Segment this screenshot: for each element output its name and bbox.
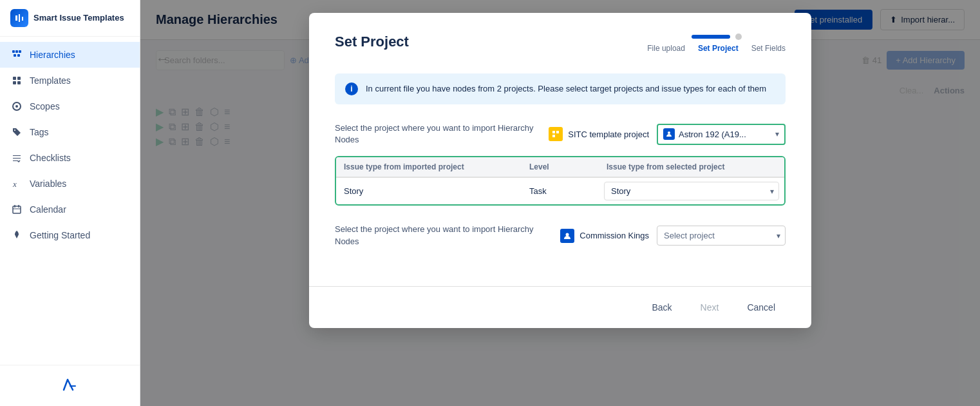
sidebar-item-calendar[interactable]: Calendar	[0, 197, 140, 222]
checklist-icon	[10, 151, 23, 164]
imported-type-cell: Story	[336, 180, 522, 202]
sidebar-item-templates[interactable]: Templates	[0, 68, 140, 93]
step-label-upload: File upload	[647, 44, 685, 53]
sidebar-item-label: Getting Started	[30, 230, 90, 240]
steps-area: File upload Set Project Set Fields	[647, 34, 786, 53]
step-label-set-fields: Set Fields	[751, 44, 786, 53]
sidebar-item-tags[interactable]: Tags	[0, 119, 140, 145]
set-project-modal: Set Project File upload Set Project Set …	[309, 13, 811, 328]
issue-table-row: Story Task Story Task Bug Epic	[336, 177, 784, 204]
issue-table-header: Issue type from imported project Level I…	[336, 157, 784, 177]
col-header-level: Level	[522, 157, 599, 177]
issue-type-select-1[interactable]: Story Task Bug Epic	[604, 182, 779, 200]
selected-project-icon	[663, 128, 675, 140]
project-section-label-2: Select the project where you want to imp…	[335, 224, 552, 247]
modal-title: Set Project	[335, 34, 409, 50]
svg-rect-0	[12, 50, 15, 53]
svg-rect-14	[556, 131, 559, 133]
col-header-imported: Issue type from imported project	[336, 157, 522, 177]
sidebar-logo: Smart Issue Templates	[0, 0, 140, 37]
project-select-2[interactable]: Select project	[657, 226, 786, 246]
svg-rect-8	[17, 81, 21, 84]
footer-logo-icon	[61, 376, 79, 396]
app-name: Smart Issue Templates	[33, 13, 124, 23]
svg-rect-6	[17, 77, 21, 80]
step-label-set-project: Set Project	[698, 44, 739, 53]
app-logo-icon	[10, 9, 28, 27]
info-banner: i In current file you have nodes from 2 …	[335, 73, 786, 104]
hierarchy-icon	[10, 48, 23, 61]
svg-rect-7	[13, 81, 16, 84]
project-select-1[interactable]: Astron 192 (A19...	[658, 125, 784, 144]
project-select-wrapper-1[interactable]: Astron 192 (A19... ▾	[657, 124, 786, 145]
level-cell: Task	[522, 180, 599, 202]
sidebar-item-hierarchies[interactable]: Hierarchies	[0, 42, 140, 68]
sidebar-item-label: Tags	[30, 127, 49, 137]
source-project-name-1: SITC template project	[568, 130, 649, 139]
scope-icon	[10, 100, 23, 113]
main-area: Manage Hierarchies Set preinstalled ⬆ Im…	[140, 0, 980, 406]
info-text: In current file you have nodes from 2 pr…	[366, 82, 766, 95]
back-button[interactable]: Back	[641, 297, 682, 318]
sidebar-item-variables[interactable]: x Variables	[0, 171, 140, 197]
steps-dots	[692, 34, 742, 40]
project-section-1: Select the project where you want to imp…	[335, 122, 786, 206]
project-section-label-1: Select the project where you want to imp…	[335, 122, 541, 146]
svg-rect-13	[552, 131, 555, 133]
rocket-icon	[10, 229, 23, 242]
calendar-icon	[10, 203, 23, 216]
modal-overlay: Set Project File upload Set Project Set …	[140, 0, 980, 406]
sidebar-item-label: Calendar	[30, 204, 66, 215]
svg-rect-2	[19, 50, 21, 53]
tag-icon	[10, 126, 23, 139]
sidebar-nav: Hierarchies Templates Scopes Tags Checkl…	[0, 37, 140, 365]
col-header-selected: Issue type from selected project	[599, 157, 784, 177]
sidebar-item-getting-started[interactable]: Getting Started	[0, 222, 140, 248]
next-button: Next	[690, 297, 730, 318]
svg-rect-12	[13, 206, 21, 213]
source-icon-yellow	[549, 127, 563, 141]
sidebar: Smart Issue Templates Hierarchies Templa…	[0, 0, 140, 406]
step-dot-inactive	[735, 34, 742, 40]
project-source-1: SITC template project	[549, 127, 649, 141]
sidebar-item-label: Scopes	[30, 101, 60, 111]
template-icon	[10, 74, 23, 87]
svg-rect-4	[17, 54, 20, 57]
modal-body: Set Project File upload Set Project Set …	[309, 13, 811, 286]
sidebar-item-label: Variables	[30, 179, 66, 189]
sidebar-item-checklists[interactable]: Checklists	[0, 145, 140, 171]
project-source-2: Commission Kings	[560, 229, 649, 243]
modal-footer: Back Next Cancel	[309, 286, 811, 328]
svg-rect-5	[13, 77, 16, 80]
sidebar-footer	[0, 365, 140, 406]
svg-point-10	[15, 105, 18, 108]
issue-type-select-wrap[interactable]: Story Task Bug Epic	[604, 182, 779, 200]
sidebar-item-label: Checklists	[30, 153, 71, 163]
svg-point-17	[566, 233, 569, 236]
steps-labels: File upload Set Project Set Fields	[647, 44, 786, 53]
issue-table-1: Issue type from imported project Level I…	[335, 156, 786, 206]
source-icon-blue	[560, 229, 574, 243]
svg-rect-15	[552, 135, 555, 137]
sidebar-item-scopes[interactable]: Scopes	[0, 93, 140, 119]
svg-rect-3	[14, 54, 16, 57]
project-select-plain-wrap[interactable]: Select project	[657, 226, 786, 246]
project-section-2: Select the project where you want to imp…	[335, 224, 786, 247]
source-project-name-2: Commission Kings	[580, 231, 649, 240]
project-row-1: Select the project where you want to imp…	[335, 122, 786, 146]
svg-text:x: x	[12, 179, 17, 189]
variable-icon: x	[10, 177, 23, 190]
sidebar-item-label: Templates	[30, 75, 71, 86]
project-row-2: Select the project where you want to imp…	[335, 224, 786, 247]
selected-type-cell[interactable]: Story Task Bug Epic	[599, 178, 784, 204]
info-icon: i	[345, 82, 358, 95]
svg-point-16	[668, 131, 670, 134]
sidebar-item-label: Hierarchies	[30, 50, 75, 60]
modal-header-section: Set Project File upload Set Project Set …	[335, 34, 786, 53]
step-dot-active	[692, 35, 730, 39]
svg-rect-1	[15, 50, 18, 53]
cancel-button[interactable]: Cancel	[737, 297, 786, 318]
